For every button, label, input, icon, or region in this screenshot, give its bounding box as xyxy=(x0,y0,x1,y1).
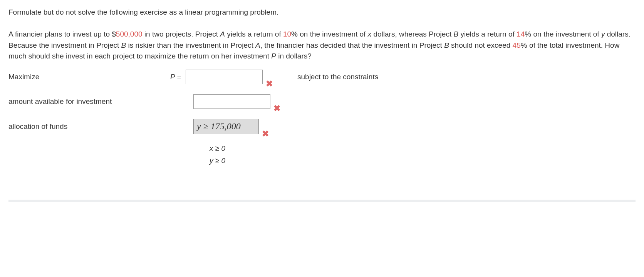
amount-value: 500,000 xyxy=(116,30,143,38)
x-nonneg: x ≥ 0 xyxy=(170,144,636,153)
label-amount-available: amount available for investment xyxy=(8,97,170,106)
amount-constraint-input[interactable] xyxy=(193,94,270,109)
nonnegativity-constraints: x ≥ 0 y ≥ 0 xyxy=(170,144,636,165)
p-equals: P = xyxy=(170,73,181,81)
row-maximize: Maximize P = ✖ subject to the constraint… xyxy=(8,70,636,84)
y-nonneg: y ≥ 0 xyxy=(170,157,636,165)
subject-to-text: subject to the constraints xyxy=(297,73,378,81)
row-allocation: allocation of funds y ≥ 175,000 ✖ xyxy=(8,119,636,134)
divider xyxy=(8,200,636,202)
problem-prompt: Formulate but do not solve the following… xyxy=(8,7,636,62)
pct-b: 14 xyxy=(517,30,525,38)
pct-limit: 45 xyxy=(513,41,521,49)
wrong-icon: ✖ xyxy=(273,103,280,113)
row-amount-available: amount available for investment ✖ xyxy=(8,94,636,109)
objective-input[interactable] xyxy=(186,70,263,84)
prompt-instruction: Formulate but do not solve the following… xyxy=(8,7,636,18)
label-maximize: Maximize xyxy=(8,73,170,81)
pct-a: 10 xyxy=(283,30,291,38)
allocation-constraint-input[interactable]: y ≥ 175,000 xyxy=(193,119,259,134)
label-allocation: allocation of funds xyxy=(8,122,170,131)
wrong-icon: ✖ xyxy=(266,79,273,89)
wrong-icon: ✖ xyxy=(262,129,269,139)
work-area: Maximize P = ✖ subject to the constraint… xyxy=(8,70,636,165)
